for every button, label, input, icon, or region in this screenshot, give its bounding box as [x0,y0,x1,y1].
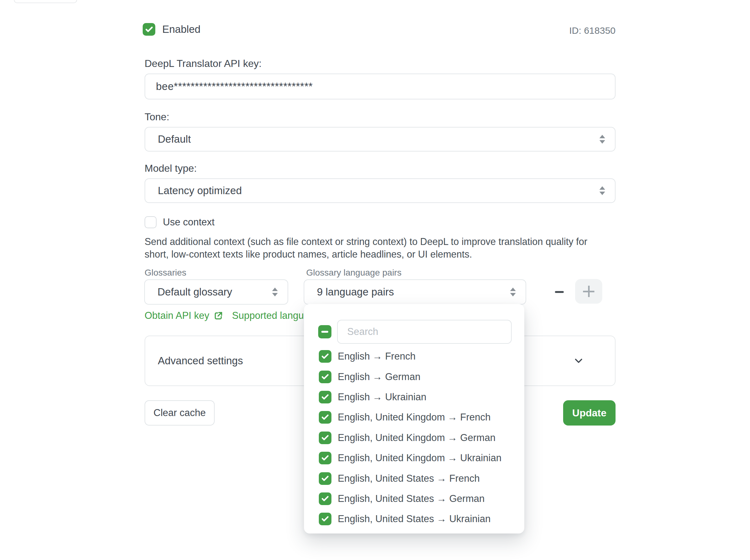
indeterminate-icon [321,331,328,333]
select-arrows-icon [599,186,605,195]
pair-checkbox-checked[interactable] [319,452,331,464]
language-pair-option[interactable]: English → Ukrainian [319,387,515,407]
use-context-description: Send additional context (such as file co… [145,235,611,260]
obtain-api-key-label: Obtain API key [145,310,209,321]
pair-checkbox-checked[interactable] [319,411,331,424]
tone-select-value: Default [158,133,191,145]
language-pair-option[interactable]: English, United Kingdom → French [319,407,515,427]
update-label: Update [572,407,606,419]
glossaries-select-value: Default glossary [158,286,232,298]
api-key-label: DeepL Translator API key: [145,58,262,69]
model-type-select-value: Latency optimized [158,185,242,197]
check-icon [321,515,329,523]
check-icon [321,475,329,483]
language-pair-label: English → German [338,371,421,383]
language-pairs-list: English → French English → German Englis… [319,346,515,529]
language-pair-label: English, United Kingdom → French [338,412,490,423]
pair-checkbox-checked[interactable] [319,472,331,485]
enabled-checkbox[interactable] [143,23,155,36]
language-pair-label: English, United States → German [338,493,485,504]
update-button[interactable]: Update [563,400,615,425]
minus-icon [555,291,564,293]
glossaries-label: Glossaries [145,268,186,278]
language-pair-label: English, United States → Ukrainian [338,513,490,525]
check-icon [321,434,329,442]
language-pair-label: English, United States → French [338,473,480,484]
model-type-select[interactable]: Latency optimized [145,178,615,203]
select-arrows-icon [599,135,605,144]
clear-cache-label: Clear cache [154,407,205,419]
tone-label: Tone: [145,111,169,123]
language-pair-option[interactable]: English → German [319,366,515,387]
language-pair-option[interactable]: English, United Kingdom → Ukrainian [319,448,515,468]
use-context-checkbox[interactable] [145,216,157,228]
chevron-down-icon [573,355,585,367]
obtain-api-key-link[interactable]: Obtain API key [145,310,223,321]
tone-select[interactable]: Default [145,127,615,152]
check-icon [321,454,329,462]
check-icon [145,25,154,34]
language-pair-option[interactable]: English, United States → German [319,489,515,509]
enabled-label: Enabled [162,23,200,35]
pair-checkbox-checked[interactable] [319,350,331,363]
select-all-checkbox-indeterminate[interactable] [318,325,331,338]
language-pair-option[interactable]: English, United States → Ukrainian [319,509,515,529]
dropdown-search-input[interactable] [337,320,512,344]
glossary-pairs-select-value: 9 language pairs [317,286,394,298]
enabled-row: Enabled [143,23,200,36]
language-pair-option[interactable]: English, United States → French [319,468,515,488]
api-key-input[interactable] [145,74,615,99]
use-context-label: Use context [163,217,215,228]
language-pair-option[interactable]: English → French [319,346,515,366]
remove-glossary-button[interactable] [550,282,569,302]
record-id: ID: 618350 [569,25,615,36]
plus-icon [582,285,595,298]
external-link-icon [214,311,223,320]
language-pairs-dropdown: English → French English → German Englis… [304,304,524,534]
language-pair-label: English, United Kingdom → Ukrainian [338,452,502,464]
model-type-label: Model type: [145,163,197,174]
check-icon [321,373,329,381]
language-pair-option[interactable]: English, United Kingdom → German [319,428,515,448]
pair-checkbox-checked[interactable] [319,432,331,444]
pair-checkbox-checked[interactable] [319,513,331,525]
check-icon [321,413,329,421]
select-arrows-icon [510,287,516,296]
advanced-settings-title: Advanced settings [158,355,243,367]
links-row: Obtain API key Supported languages [145,310,325,321]
language-pair-label: English → French [338,351,415,362]
pair-checkbox-checked[interactable] [319,371,331,383]
glossaries-select[interactable]: Default glossary [144,279,288,305]
pair-checkbox-checked[interactable] [319,493,331,505]
check-icon [321,352,329,360]
pair-checkbox-checked[interactable] [319,391,331,403]
check-icon [321,495,329,503]
glossary-pairs-select[interactable]: 9 language pairs [304,279,526,305]
language-pair-label: English, United Kingdom → German [338,432,495,443]
clear-cache-button[interactable]: Clear cache [145,400,215,425]
add-glossary-button[interactable] [575,279,602,304]
clipped-top-element [14,0,77,3]
glossary-pairs-label: Glossary language pairs [306,268,402,278]
check-icon [321,393,329,401]
select-arrows-icon [272,287,278,296]
settings-page: Enabled ID: 618350 DeepL Translator API … [0,0,750,560]
use-context-row: Use context [145,216,215,228]
language-pair-label: English → Ukrainian [338,392,426,403]
dropdown-header [318,320,512,344]
